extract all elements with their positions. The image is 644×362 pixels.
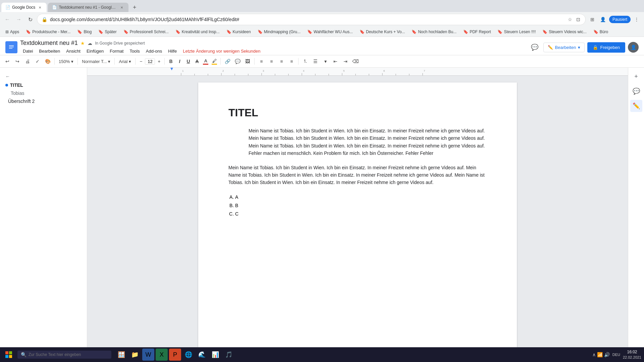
taskbar-clock[interactable]: 16:02 22.02.2021 (623, 349, 641, 360)
bold-button[interactable]: B (167, 57, 175, 65)
comment-button[interactable]: 💬 (233, 57, 242, 66)
back-button[interactable]: ← (3, 15, 12, 24)
bookmark-pdf-report[interactable]: 🔖 PDF Report (461, 29, 493, 35)
taskbar-app-office[interactable]: W (142, 349, 154, 361)
bookmark-mindmapping[interactable]: 🔖 Mindmapping (Gru... (255, 29, 303, 35)
bookmark-noch-hochladen[interactable]: 🔖 Noch hochladen Bu... (409, 29, 459, 35)
bookmark-professionell[interactable]: 🔖 Professionell Schrei... (121, 29, 171, 35)
outline-item-titel[interactable]: TITEL (0, 81, 87, 89)
redo-button[interactable]: ↪ (13, 57, 22, 66)
highlight-color-button[interactable]: 🖊 (210, 58, 218, 65)
bookmark-blog[interactable]: 🔖 Blog (74, 29, 94, 35)
edit-button[interactable]: ✏️ Bearbeiten ▾ (543, 43, 585, 52)
indent-left-button[interactable]: ⇤ (331, 57, 340, 66)
menu-bearbeiten[interactable]: Bearbeiten (36, 47, 63, 55)
taskbar-app-explorer[interactable]: 📁 (129, 349, 141, 361)
bookmark-buero[interactable]: 🔖 Büro (591, 29, 611, 35)
menu-format[interactable]: Format (107, 47, 126, 55)
bookmark-spaeter[interactable]: 🔖 Später (96, 29, 119, 35)
menu-ansicht[interactable]: Ansicht (63, 47, 83, 55)
font-size-display[interactable]: 12 (145, 58, 155, 65)
right-panel-expand-icon[interactable]: + (630, 70, 642, 82)
drive-icon[interactable]: ☁ (88, 41, 92, 46)
style-dropdown[interactable]: Normaler T... ▾ (80, 58, 112, 65)
document-title[interactable]: TITEL (228, 107, 487, 119)
menu-tools[interactable]: Tools (127, 47, 142, 55)
text-color-button[interactable]: A (202, 58, 210, 65)
taskbar-app-windows[interactable]: 🪟 (115, 349, 127, 361)
outline-item-tobias[interactable]: Tobias (0, 89, 87, 97)
sidebar-back-button[interactable]: ← (0, 72, 87, 81)
docs-page[interactable]: TITEL Mein Name ist Tobias. Ich bin Stud… (198, 82, 517, 362)
tab-inactive[interactable]: 📄 Textdokument neu #1 - Google ... ✕ (48, 3, 128, 12)
spellcheck-button[interactable]: ✓ (33, 57, 42, 66)
list-item-c[interactable]: C (235, 210, 487, 218)
bookmark-steuern-videos[interactable]: 🔖 Steuern Videos wic... (540, 29, 589, 35)
taskbar-app-misc1[interactable]: 📊 (209, 349, 221, 361)
document-paragraph-2[interactable]: Mein Name ist Tobias. Ich bin Student in… (228, 164, 487, 186)
taskbar-app-chrome[interactable]: 🌐 (182, 349, 195, 361)
paintformat-button[interactable]: 🎨 (43, 57, 52, 66)
bookmark-kreativitaet[interactable]: 🔖 Kreativität und Insp... (173, 29, 222, 35)
reload-button[interactable]: ↻ (25, 15, 35, 24)
taskbar-app-powerpoint[interactable]: P (169, 349, 181, 361)
zoom-dropdown[interactable]: 150% ▾ (57, 58, 75, 65)
underline-button[interactable]: U (184, 57, 192, 65)
new-tab-button[interactable]: + (130, 3, 139, 12)
taskbar-app-excel[interactable]: X (156, 349, 168, 361)
font-size-decrease-button[interactable]: − (138, 57, 144, 65)
image-button[interactable]: 🖼 (243, 57, 252, 66)
account-icon[interactable]: 👤 (598, 15, 608, 24)
list-item-b[interactable]: B (235, 201, 487, 210)
taskbar-search-box[interactable]: 🔍 (17, 351, 111, 359)
bulleted-list-button[interactable]: ☰ (311, 57, 320, 66)
star-icon[interactable]: ☆ (567, 16, 573, 22)
italic-button[interactable]: I (175, 57, 183, 65)
print-button[interactable]: 🖨 (23, 57, 32, 66)
align-justify-button[interactable]: ≡ (287, 57, 296, 66)
clear-formatting-button[interactable]: ⌫ (351, 57, 360, 66)
document-paragraph-1[interactable]: Mein Name ist Tobias. Ich bin Student in… (249, 127, 487, 157)
numbered-list-button[interactable]: ⒈ (301, 57, 310, 66)
tray-sound-icon[interactable]: 🔊 (604, 352, 610, 357)
taskbar-app-misc2[interactable]: 🎵 (223, 349, 235, 361)
docs-document-area[interactable]: TITEL Mein Name ist Tobias. Ich bin Stud… (87, 76, 628, 362)
taskbar-app-edge[interactable]: 🌊 (196, 349, 208, 361)
menu-einfuegen[interactable]: Einfügen (84, 47, 106, 55)
bookmark-wahlfaecher[interactable]: 🔖 Wahlfächer WU Aus... (305, 29, 356, 35)
tab-close-2[interactable]: ✕ (119, 5, 124, 10)
font-size-increase-button[interactable]: + (156, 57, 162, 65)
undo-button[interactable]: ↩ (3, 57, 12, 66)
menu-hilfe[interactable]: Hilfe (165, 47, 179, 55)
docs-title[interactable]: Textdokument neu #1 (20, 40, 78, 47)
indent-right-button[interactable]: ⇥ (341, 57, 350, 66)
start-button[interactable] (3, 349, 15, 361)
tray-network-icon[interactable]: 📶 (597, 352, 603, 357)
align-center-button[interactable]: ≡ (267, 57, 276, 66)
font-dropdown[interactable]: Arial ▾ (117, 58, 133, 65)
tab-active[interactable]: 📄 Google Docs ✕ (1, 3, 47, 12)
comments-icon[interactable]: 💬 (529, 41, 541, 53)
paused-button[interactable]: Pausiert (609, 16, 631, 23)
share-button[interactable]: 🔒 Freigeben (587, 42, 625, 53)
right-panel-active-icon[interactable]: ✏️ (630, 100, 642, 112)
align-right-button[interactable]: ≡ (277, 57, 286, 66)
taskbar-search-input[interactable] (29, 352, 108, 357)
strikethrough-button[interactable]: A (193, 57, 201, 65)
star-title-icon[interactable]: ★ (80, 41, 85, 46)
bookmark-kursideen[interactable]: 🔖 Kursideen (224, 29, 254, 35)
list-item-a[interactable]: A (235, 193, 487, 201)
menu-addons[interactable]: Add-ons (143, 47, 165, 55)
bookmark-produktsuche[interactable]: 🔖 Produktsuche - Mer... (23, 29, 73, 35)
user-avatar[interactable]: 👤 (628, 42, 639, 53)
right-panel-comments-icon[interactable]: 💬 (630, 85, 642, 97)
bookmark-steuern-lesen[interactable]: 🔖 Steuern Lesen !!!! (495, 29, 538, 35)
extensions-icon[interactable]: ⊞ (588, 15, 597, 24)
forward-button[interactable]: → (14, 15, 23, 24)
tab-close-1[interactable]: ✕ (37, 5, 43, 10)
tray-up-icon[interactable]: ∧ (592, 352, 596, 357)
align-left-button[interactable]: ≡ (257, 57, 266, 66)
browser-menu-icon[interactable]: ⋮ (632, 15, 641, 24)
menu-datei[interactable]: Datei (20, 47, 36, 55)
list-dropdown-button[interactable]: ▾ (321, 57, 330, 66)
